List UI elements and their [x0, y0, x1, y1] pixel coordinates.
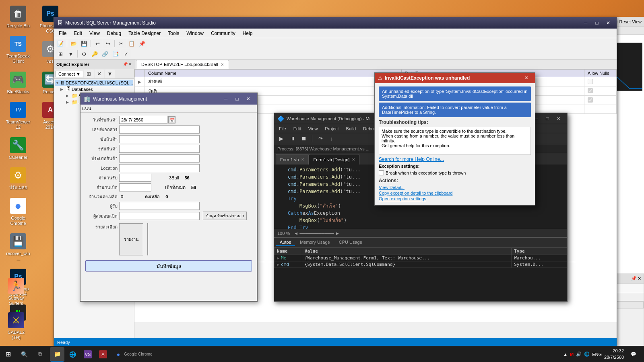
wm-close-button[interactable]: ✕ — [243, 95, 254, 103]
debug-close-button[interactable]: ✕ — [553, 115, 564, 123]
wm-date-input[interactable] — [119, 116, 167, 124]
wm-report-btn[interactable]: รายงาน — [119, 223, 143, 255]
debug-tab-form1-vb[interactable]: Form1.vb ✕ — [276, 154, 309, 165]
col-null-1[interactable] — [584, 77, 617, 86]
oe-filter-btn[interactable]: ▼ — [105, 70, 115, 78]
taskbar-volume-icon[interactable]: 🔊 — [576, 352, 582, 357]
toolbar-redo-btn[interactable]: ↪ — [103, 39, 113, 48]
error-panel-pin[interactable]: 📌 — [631, 276, 637, 281]
taskbar-app-vs[interactable]: VS — [80, 347, 95, 362]
toolbar-open-btn[interactable]: 📂 — [69, 39, 78, 48]
taskbar-search-button[interactable]: 🔍 — [16, 346, 32, 362]
debug-step-into-btn[interactable]: ↓ — [327, 134, 336, 143]
autos-row-cmd[interactable]: ▶cmd {System.Data.SqlClient.SqlCommand} … — [275, 261, 567, 268]
teamviewer-icon[interactable]: TV TeamViewer 12 — [4, 100, 32, 132]
menu-tools[interactable]: Tools — [165, 30, 182, 37]
wm-receive-qty-input[interactable] — [119, 174, 151, 182]
menu-community[interactable]: Community — [208, 30, 239, 37]
debug-tab1-close[interactable]: ✕ — [301, 157, 304, 162]
tab-table-design[interactable]: DESKTOP-E8VU2LH...bo.product3Ball ✕ — [136, 60, 229, 69]
debug-tab-form1-design[interactable]: Form1.vb [Design] ✕ — [309, 154, 359, 165]
debug-toolbar-btn2[interactable]: ⏸ — [288, 134, 297, 143]
panel-close-btn[interactable]: ✕ — [128, 62, 132, 66]
oe-toolbar-btn1[interactable]: ⊞ — [84, 70, 94, 78]
ssms-close-button[interactable]: ✕ — [603, 19, 613, 27]
autos-expand-icon[interactable]: ▶ — [277, 256, 279, 260]
wm-product-input[interactable] — [119, 135, 200, 143]
connect-button[interactable]: Connect ▼ — [56, 71, 83, 77]
col-name-1[interactable]: ลำดับที่ — [145, 77, 402, 86]
taskbar-network-icon[interactable]: 🌐 — [584, 352, 590, 357]
toolbar-col-btn[interactable]: ⊞ — [56, 49, 65, 58]
menu-debug[interactable]: Debug — [104, 30, 124, 37]
toolbar-key-btn[interactable]: 🔑 — [90, 49, 99, 58]
exc-close-button[interactable]: ✕ — [521, 74, 532, 82]
chrome-icon[interactable]: ● Google Chrome — [4, 196, 32, 228]
debug-menu-edit[interactable]: Edit — [290, 125, 304, 132]
debug-tab2-close[interactable]: ✕ — [352, 157, 355, 162]
wm-save-button[interactable]: บันทึกข้อมูล — [85, 260, 252, 272]
toolbar-chk-btn[interactable]: ✓ — [121, 49, 131, 58]
taskbar-app-ie[interactable]: 🌐 — [65, 347, 80, 362]
error-panel-close[interactable]: ✕ — [638, 276, 641, 281]
tree-databases-item[interactable]: ▶ 🗄 Databases — [55, 86, 133, 93]
wm-maximize-button[interactable]: □ — [232, 95, 242, 103]
toolbar-save-btn[interactable]: 💾 — [79, 39, 89, 48]
taskbar-dropdown-icon[interactable]: ▲ — [563, 352, 568, 357]
wm-doc-input[interactable] — [119, 125, 200, 134]
menu-help[interactable]: Help — [239, 30, 256, 37]
subway-surfers-icon[interactable]: 🏃 Subway Surfers — [2, 276, 30, 308]
exc-action-copy[interactable]: Copy exception detail to the clipboard — [379, 191, 531, 195]
mail-icon[interactable]: ⚙ ปรับเมลอ — [4, 166, 32, 192]
teamspeak-icon[interactable]: TS TeamSpeak Client — [4, 34, 32, 66]
debug-menu-file[interactable]: File — [276, 125, 289, 132]
tab-table-design-close[interactable]: ✕ — [221, 62, 224, 67]
toolbar-set-btn[interactable]: ⚙ — [79, 49, 89, 58]
autos-row-me[interactable]: ▶Me {Warehouse_Management.Form1, Text: W… — [275, 255, 567, 261]
exc-action-settings[interactable]: Open exception settings — [379, 196, 531, 201]
wm-category-input[interactable] — [119, 154, 200, 162]
debug-toolbar-btn3[interactable]: ⏹ — [299, 134, 309, 143]
recycle-bin-icon[interactable]: 🗑 Recycle Bin — [4, 4, 32, 30]
menu-window[interactable]: Window — [183, 30, 207, 37]
exc-search-link[interactable]: Search for more Help Online... — [379, 156, 531, 162]
menu-file[interactable]: File — [56, 30, 70, 37]
ssms-maximize-button[interactable]: □ — [592, 19, 602, 27]
toolbar-idx-btn[interactable]: 📑 — [111, 49, 120, 58]
debug-cpu-tab[interactable]: CPU Usage — [335, 239, 366, 246]
toolbar-filter-btn[interactable]: ▼ — [66, 49, 76, 58]
taskbar-start-button[interactable]: ⊞ — [0, 346, 16, 362]
panel-pin-btn[interactable]: 📌 — [123, 62, 128, 66]
col-null-2[interactable] — [584, 86, 617, 96]
recover-icon[interactable]: 💾 recover_win... — [4, 232, 32, 263]
wm-date-picker-btn[interactable]: 📅 — [168, 116, 175, 123]
menu-view[interactable]: View — [86, 30, 103, 37]
debug-maximize-button[interactable]: □ — [542, 115, 553, 123]
debug-autos-tab[interactable]: Autos — [276, 239, 295, 246]
debug-memory-tab[interactable]: Memory Usage — [296, 239, 334, 246]
taskbar-app-explorer[interactable]: 📁 — [50, 347, 64, 362]
wm-location-input[interactable] — [119, 164, 200, 172]
autos-cmd-expand-icon[interactable]: ▶ — [277, 262, 279, 267]
toolbar-new-query-btn[interactable]: 📝 — [56, 39, 65, 48]
menu-table-designer[interactable]: Table Designer — [125, 30, 164, 37]
right-panel-reset-btn[interactable]: Reset View — [619, 19, 642, 24]
ccleaner-icon[interactable]: 🔧 CCleaner — [4, 136, 32, 162]
wm-data-btn[interactable]: ข้อมูล รับเข้า-จ่ายออก — [203, 212, 247, 220]
exc-break-checkbox[interactable] — [379, 170, 384, 175]
debug-menu-build[interactable]: Build — [343, 125, 359, 132]
menu-edit[interactable]: Edit — [70, 30, 85, 37]
col-null-3[interactable] — [584, 96, 617, 105]
debug-menu-view[interactable]: View — [305, 125, 321, 132]
taskbar-task-view-button[interactable]: ⧉ — [32, 346, 48, 362]
debug-menu-project[interactable]: Project — [322, 125, 342, 132]
taskbar-notification-btn[interactable]: 💬 — [626, 346, 641, 362]
debug-toolbar-btn1[interactable]: ▶ — [277, 134, 286, 143]
taskbar-app-chrome[interactable]: ● Google Chrome — [111, 347, 156, 362]
wm-product-code-input[interactable] — [119, 145, 200, 153]
ssms-minimize-button[interactable]: ─ — [580, 19, 591, 27]
exc-action-view[interactable]: View Detail... — [379, 185, 531, 190]
toolbar-undo-btn[interactable]: ↩ — [93, 39, 102, 48]
oe-toolbar-btn2[interactable]: ✕ — [95, 70, 104, 78]
wm-minimize-button[interactable]: ─ — [221, 95, 231, 103]
